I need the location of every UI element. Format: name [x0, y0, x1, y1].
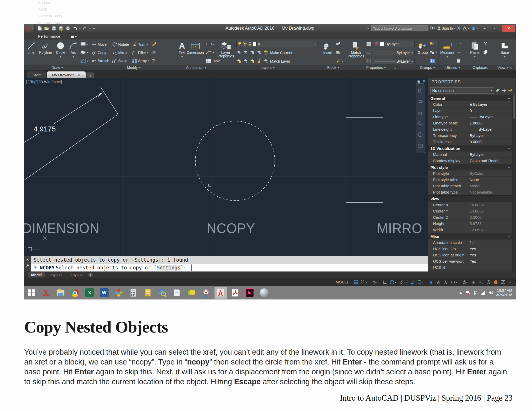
linetype-dropdown[interactable]: ByLayer ▾ [373, 58, 415, 64]
property-row[interactable]: Plot style tableNone [428, 177, 512, 183]
search-expand-icon[interactable]: ▸ [368, 27, 369, 30]
text-button[interactable]: A Text ▾ [179, 40, 185, 65]
redo-dropdown-icon[interactable]: ▾ [89, 27, 91, 30]
lineweight-dropdown[interactable]: ByLayer ▾ [373, 50, 415, 56]
tab-add-ins[interactable]: Add-ins [35, 0, 67, 6]
isolate-objects-icon[interactable] [478, 279, 484, 286]
polyline-button[interactable]: Polyline [38, 40, 53, 65]
rectangle-dropdown-icon[interactable]: ▾ [87, 43, 88, 46]
panel-launcher-icon[interactable]: ↘ [394, 66, 396, 69]
save-icon[interactable] [51, 26, 56, 31]
hatch-dropdown-icon[interactable]: ▾ [87, 60, 88, 63]
plot-icon[interactable] [65, 26, 70, 31]
layer-dropdown[interactable]: 0 ▾ [236, 41, 317, 47]
erase-icon[interactable] [151, 42, 156, 47]
section-general[interactable]: General− [428, 95, 512, 101]
app-autocad-active-icon[interactable] [215, 287, 227, 299]
collapse-icon[interactable]: − [508, 234, 510, 239]
circle-button[interactable]: Circle ▾ [54, 40, 67, 65]
hatch-tool-icon[interactable] [80, 58, 86, 64]
make-current-icon[interactable] [263, 50, 268, 55]
line-button[interactable]: Line [25, 40, 37, 65]
palette-scrollbar[interactable] [512, 95, 516, 271]
object-color-dropdown[interactable]: ByLayer ▾ [373, 41, 415, 47]
utilities-panel-label[interactable]: Utilities▾ [438, 65, 467, 70]
close-command-icon[interactable]: ✕ [26, 258, 29, 262]
transparency-list-icon[interactable] [366, 59, 371, 64]
clipboard-panel-label[interactable]: Clipboard [467, 65, 494, 70]
cut-icon[interactable] [483, 42, 488, 47]
measure-button[interactable]: Measure ▾ [440, 40, 455, 65]
sign-in-dropdown-icon[interactable]: ▾ [454, 27, 455, 30]
tray-volume-icon[interactable] [488, 291, 493, 295]
app-snipping-tool-icon[interactable] [200, 287, 212, 299]
property-row[interactable]: Shadow displayCasts and Recei... [428, 158, 512, 164]
paste-button[interactable]: Paste ▾ [468, 40, 481, 65]
layer-color-swatch[interactable] [253, 42, 257, 46]
table-icon[interactable] [206, 59, 211, 64]
draw-panel-label[interactable]: Draw▾ [24, 65, 90, 70]
explode-icon[interactable] [151, 50, 156, 55]
property-row[interactable]: Height5.9738 [428, 221, 512, 227]
annotation-monitor-icon[interactable] [470, 279, 477, 286]
property-row[interactable]: Lineweight—— ByLayer [428, 126, 512, 132]
collapse-icon[interactable]: − [508, 197, 510, 201]
object-snap-icon[interactable]: ▾ [416, 279, 424, 286]
annotation-scale-icon[interactable] [442, 279, 449, 286]
property-row[interactable]: UCS icon OnYes [428, 246, 512, 252]
property-row[interactable]: Color■ ByLayer [428, 101, 512, 108]
dynamic-input-icon[interactable] [371, 279, 378, 286]
app-arccatalog-icon[interactable] [142, 287, 154, 299]
graphics-performance-icon[interactable] [485, 279, 492, 286]
exchange-apps-icon[interactable]: X [457, 26, 460, 31]
app-word-icon[interactable]: W [98, 287, 110, 299]
trim-button[interactable]: Trim▾ [132, 41, 149, 48]
base-button[interactable]: Base ▾ [498, 40, 511, 65]
layer-freeze-icon[interactable] [250, 50, 255, 55]
rotate-button[interactable]: Rotate [112, 41, 129, 48]
app-indesign-icon[interactable]: Id [244, 287, 256, 299]
make-current-label[interactable]: Make Current [270, 51, 292, 55]
app-chrome-icon[interactable] [69, 287, 81, 299]
app-sticky-notes-icon[interactable] [185, 287, 197, 299]
layout-tab-layout1[interactable]: Layout1 [46, 272, 66, 277]
edit-attribute-icon[interactable] [336, 50, 341, 55]
start-button[interactable] [25, 287, 37, 299]
customize-status-bar-icon[interactable]: ≡ [507, 279, 514, 286]
property-row[interactable]: Layer0 [428, 108, 512, 114]
sign-in-button[interactable]: Sign In ▾ [437, 26, 455, 30]
redo-icon[interactable] [82, 26, 88, 31]
taskbar-clock[interactable]: 10:07 AM3/29/2016 [496, 288, 512, 297]
linear-dimension-icon[interactable] [206, 42, 212, 46]
new-file-icon[interactable] [37, 26, 42, 31]
app-calculator-icon[interactable] [127, 287, 139, 299]
property-row[interactable]: UCS icon at originYes [428, 252, 512, 258]
point-icon[interactable] [457, 50, 461, 55]
text-dropdown-icon[interactable]: ▾ [181, 55, 183, 59]
app-file-explorer-icon[interactable] [55, 287, 66, 299]
view-launcher-icon[interactable]: ↘ [510, 66, 512, 69]
leader-dropdown-icon[interactable]: ▾ [213, 51, 214, 54]
polar-tracking-icon[interactable]: ▾ [389, 279, 397, 286]
fillet-button[interactable]: Fillet▾ [132, 49, 149, 56]
command-input-line[interactable]: NCOPY Select nested objects to copy or [… [31, 264, 428, 272]
id-point-icon[interactable] [457, 42, 461, 47]
tab-performance[interactable]: Performance [35, 33, 67, 39]
settings-option[interactable]: Settings [157, 265, 181, 270]
section-plot-style[interactable]: Plot style− [428, 164, 512, 170]
tab-express-tools[interactable]: Express Tools [35, 12, 67, 19]
block-panel-label[interactable]: Block▾ [320, 65, 346, 70]
collapse-icon[interactable]: − [508, 146, 510, 151]
collapse-icon[interactable]: − [508, 96, 510, 101]
layer-thaw-icon[interactable] [243, 42, 247, 47]
selection-type-dropdown[interactable]: No selection▾ [430, 87, 494, 94]
undo-icon[interactable] [72, 26, 77, 31]
property-row[interactable]: Linetype scale1.0000 [428, 120, 512, 126]
snap-mode-icon[interactable]: ▾ [360, 279, 368, 286]
mirror-button[interactable]: Mirror [112, 49, 129, 56]
layer-lock-icon[interactable] [248, 42, 251, 47]
tray-action-center-icon[interactable] [466, 290, 471, 295]
annotation-visibility-icon[interactable] [428, 279, 434, 286]
layout-tab-layout2[interactable]: Layout2 [67, 272, 87, 277]
app-sketchup-icon[interactable] [258, 287, 270, 299]
